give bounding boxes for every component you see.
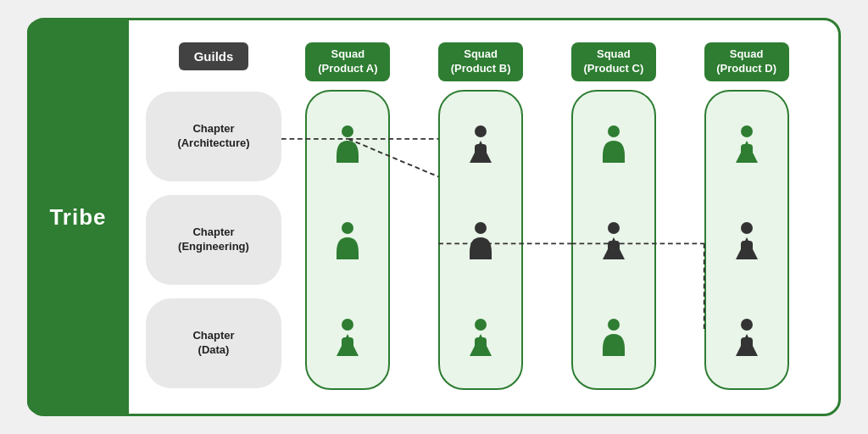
chapters-column: Chapter(Architecture) Chapter(Engineerin… xyxy=(146,88,281,392)
squad-header-b: Squad(Product B) xyxy=(438,42,523,81)
tribe-diagram: Tribe Guilds Squad(Product A) Squad(Prod… xyxy=(27,18,841,416)
svg-point-15 xyxy=(741,222,753,234)
svg-point-4 xyxy=(475,125,487,137)
svg-rect-14 xyxy=(741,144,753,158)
svg-point-2 xyxy=(342,319,353,331)
chapter-engineering: Chapter(Engineering) xyxy=(146,195,281,285)
person-eng-d xyxy=(728,218,765,262)
person-data-d xyxy=(728,314,765,359)
svg-point-7 xyxy=(475,319,487,331)
chapter-architecture: Chapter(Architecture) xyxy=(146,92,281,181)
person-arch-b xyxy=(462,121,499,165)
person-arch-d xyxy=(728,121,765,165)
guilds-box: Guilds xyxy=(179,42,249,70)
person-eng-c xyxy=(595,218,632,262)
squad-col-a xyxy=(305,90,390,390)
svg-point-6 xyxy=(475,222,487,234)
person-data-b xyxy=(462,314,499,359)
squad-header-d: Squad(Product D) xyxy=(704,42,789,81)
person-eng-a xyxy=(329,218,366,262)
squads-header: Squad(Product A) Squad(Product B) Squad(… xyxy=(281,42,813,81)
guilds-label-container: Guilds xyxy=(146,42,281,70)
svg-point-17 xyxy=(741,319,753,331)
squad-col-d xyxy=(704,90,789,390)
svg-rect-11 xyxy=(608,241,620,254)
squad-header-c: Squad(Product C) xyxy=(571,42,656,81)
svg-rect-3 xyxy=(342,337,353,351)
svg-point-9 xyxy=(608,125,620,137)
svg-point-10 xyxy=(608,222,620,234)
person-eng-b xyxy=(462,218,499,262)
svg-point-1 xyxy=(342,222,353,234)
svg-rect-18 xyxy=(741,337,753,351)
person-arch-c xyxy=(595,121,632,165)
squad-col-b xyxy=(438,90,523,390)
squads-grid xyxy=(281,88,813,392)
svg-rect-8 xyxy=(475,337,487,351)
svg-point-12 xyxy=(608,319,620,331)
svg-rect-16 xyxy=(741,241,753,254)
tribe-label: Tribe xyxy=(27,20,129,414)
person-data-a xyxy=(329,314,366,359)
person-data-c xyxy=(595,314,632,359)
main-content: Guilds Squad(Product A) Squad(Product B)… xyxy=(129,34,821,400)
svg-point-13 xyxy=(741,125,753,137)
svg-point-0 xyxy=(342,125,353,137)
squad-header-a: Squad(Product A) xyxy=(305,42,390,81)
grid-area: Chapter(Architecture) Chapter(Engineerin… xyxy=(146,88,813,392)
header-row: Guilds Squad(Product A) Squad(Product B)… xyxy=(146,42,813,81)
squad-col-c xyxy=(571,90,656,390)
person-arch-a xyxy=(329,121,366,165)
svg-rect-5 xyxy=(475,144,487,158)
chapter-data: Chapter(Data) xyxy=(146,298,281,388)
